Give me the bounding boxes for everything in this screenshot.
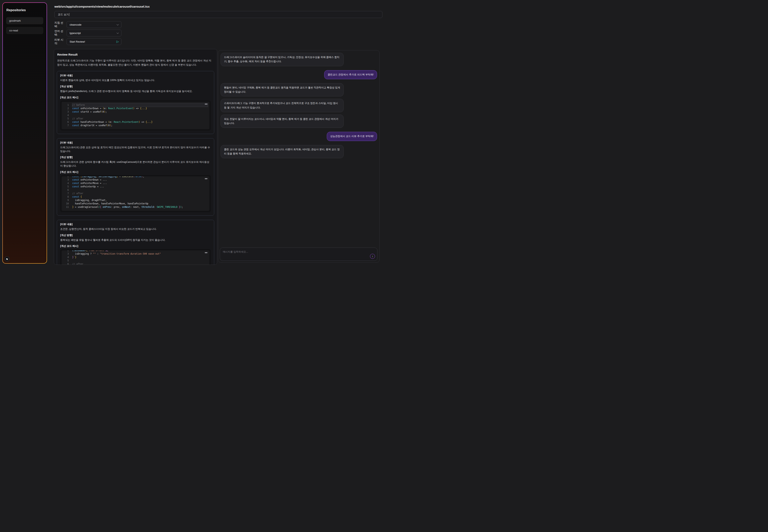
- code-text: handlePointerDown, handlePointerMove, ha…: [72, 202, 208, 205]
- code-example-label: [개선 코드 예시]: [60, 170, 211, 174]
- code-text: }`}: [72, 256, 208, 259]
- language-value: typescript: [70, 32, 81, 35]
- code-example-label: [개선 코드 예시]: [60, 96, 211, 99]
- language-select[interactable]: typescript: [67, 30, 121, 36]
- improvement-text: 드래그/스와이프 관련 상태와 함수를 커스텀 훅(예: useDragCaro…: [60, 160, 211, 168]
- line-number: 1: [64, 103, 69, 107]
- review-result-panel: Review Result 전반적으로 드래그/스와이프 기능 구현이 잘 이루…: [54, 49, 217, 265]
- code-text: const [isDragging, setIsDragging] = useS…: [72, 176, 208, 178]
- line-number: 6: [64, 262, 69, 265]
- code-block[interactable]: 2className={`flex h-full ${3 isDragging …: [60, 249, 211, 265]
- line-number: 3: [64, 178, 69, 182]
- code-line: 1// before: [64, 103, 208, 107]
- language-label: 언어 선택:: [54, 29, 67, 37]
- line-number: 2: [64, 107, 69, 110]
- line-number: 3: [64, 110, 69, 114]
- assistant-chat-bubble: 의도 전달이 잘 이루어지는 코드이나, 네이밍과 역할 분리, 중복 제거 등…: [221, 115, 344, 128]
- code-text: const dragStartX = useRef(0);: [72, 124, 208, 127]
- code-line: 4const onPointerMove = ...: [64, 182, 208, 185]
- code-line: 6const handlePointerDown = (e: React.Poi…: [64, 120, 208, 124]
- chat-panel: 드래그/스와이프 슬라이더의 동작은 잘 구현되어 있으나, 가독성, 안정성,…: [218, 50, 380, 263]
- line-number: 4: [64, 114, 69, 117]
- start-review-label: 리뷰 시작:: [54, 38, 67, 45]
- nextjs-logo-icon: N: [4, 256, 10, 262]
- line-number: 10: [64, 202, 69, 205]
- start-review-row: 리뷰 시작: Start Review! ▷: [54, 38, 121, 45]
- code-text: [72, 259, 208, 262]
- code-text: const startX = useRef(0);: [72, 110, 208, 114]
- line-number: 5: [64, 117, 69, 120]
- code-block[interactable]: 1// before2const onPointerDown = (e: Rea…: [60, 100, 211, 131]
- review-content-text: 이벤트 핸들러와 상태, 변수 네이밍이 의도를 100% 명확히 드러내고 있…: [60, 78, 211, 82]
- code-block[interactable]: 2const [isDragging, setIsDragging] = use…: [60, 175, 211, 212]
- line-number: 7: [64, 124, 69, 127]
- review-content-text: 조건문, 삼항연산자, 동적 클래스/스타일 지정 등에서 비슷한 코드가 반복…: [60, 227, 211, 231]
- code-line: 9 isDragging, dragOffset,: [64, 199, 208, 202]
- code-text: const onPointerDown = ...: [72, 178, 208, 182]
- assistant-chat-bubble: 드래그/스와이프 슬라이더의 동작은 잘 구현되어 있으나, 가독성, 안정성,…: [221, 53, 344, 66]
- code-line: 5const onPointerUp = ...: [64, 185, 208, 188]
- scrollbar-thumb[interactable]: [205, 178, 207, 179]
- sidebar-item-goodmark[interactable]: goodmark: [6, 17, 43, 24]
- chat-message-list: 드래그/스와이프 슬라이더의 동작은 잘 구현되어 있으나, 가독성, 안정성,…: [218, 50, 379, 246]
- play-icon: ▷: [116, 40, 119, 43]
- send-button[interactable]: ↑: [370, 254, 375, 259]
- code-text: const onPointerDown = (e: React.PointerE…: [72, 107, 208, 110]
- code-line: 8const {: [64, 195, 208, 199]
- sidebar-item-co-read[interactable]: co-read: [6, 27, 43, 34]
- code-line: 6: [64, 188, 208, 192]
- review-intro: 전반적으로 드래그/스와이프 기능 구현이 잘 이루어진 코드입니다. 다만, …: [57, 59, 214, 67]
- guideline-select[interactable]: cleancode: [67, 21, 121, 28]
- code-line: 10 handlePointerDown, handlePointerMove,…: [64, 202, 208, 205]
- line-number: 5: [64, 185, 69, 188]
- repo-label: co-read: [9, 29, 18, 32]
- chat-input[interactable]: 메시지를 입력하세요... ↑: [220, 248, 377, 261]
- code-line: 11} = useDragCarousel({ onPrev: prev, on…: [64, 205, 208, 209]
- assistant-chat-bubble: 클린 코드와 성능 관점 모두에서 개선 여지가 보입니다. 리렌더 최적화, …: [221, 145, 344, 158]
- chevron-down-icon: [117, 32, 119, 34]
- code-line: 2const onPointerDown = (e: React.Pointer…: [64, 107, 208, 110]
- assistant-chat-bubble: 핸들러 분리, 네이밍 구체화, 중복 제거 등 클린코드 원칙을 적용하면 코…: [221, 83, 344, 97]
- line-number: 8: [64, 195, 69, 199]
- arrow-up-icon: ↑: [372, 255, 373, 258]
- line-number: 6: [64, 120, 69, 124]
- view-code-bar[interactable]: 코드 보기: [54, 11, 382, 18]
- line-number: 7: [64, 192, 69, 195]
- code-text: } = useDragCarousel({ onPrev: prev, onNe…: [72, 205, 208, 209]
- user-chat-bubble: 클린코드 관점에서 추가로 피드백 부탁해!: [324, 70, 377, 79]
- scrollbar-thumb[interactable]: [205, 104, 207, 105]
- code-text: const {: [72, 195, 208, 199]
- code-text: // after: [72, 262, 208, 265]
- view-code-label: 코드 보기: [58, 13, 69, 16]
- sidebar-title: Repositories: [6, 8, 43, 12]
- line-number: 6: [64, 188, 69, 192]
- line-number: 4: [64, 182, 69, 185]
- code-line: 3const onPointerDown = ...: [64, 178, 208, 182]
- language-row: 언어 선택: typescript: [54, 30, 121, 36]
- file-path-title: web/src/app/ui/components/view/molecule/…: [54, 5, 150, 8]
- repo-label: goodmark: [9, 19, 21, 22]
- code-text: [72, 188, 208, 192]
- improvement-text: 중복되는 패턴을 유틸 함수나 헬퍼로 추출해 코드의 드라이(DRY) 원칙을…: [60, 238, 211, 242]
- review-content-text: 드래그(스와이프) 관련 모든 상태 및 로직이 메인 컴포넌트에 집중되어 있…: [60, 146, 211, 153]
- line-number: 2: [64, 176, 69, 178]
- improvement-label: [개선 방향]: [60, 234, 211, 237]
- chevron-down-icon: [117, 23, 119, 25]
- line-number: 4: [64, 256, 69, 259]
- review-sections: [리뷰 내용]이벤트 핸들러와 상태, 변수 네이밍이 의도를 100% 명확히…: [57, 71, 214, 265]
- code-text: isDragging, dragOffset,: [72, 199, 208, 202]
- review-content-label: [리뷰 내용]: [60, 223, 211, 226]
- user-chat-bubble: 성능관점에서 코드 리뷰 추가로 부탁해!: [327, 132, 377, 141]
- guideline-row: 지침 선택: cleancode: [54, 21, 121, 28]
- code-text: const handlePointerDown = (e: React.Poin…: [72, 120, 208, 124]
- code-line: 7const dragStartX = useRef(0);: [64, 124, 208, 127]
- code-text: // before: [72, 103, 208, 107]
- code-text: [72, 114, 208, 117]
- scrollbar-thumb[interactable]: [205, 252, 207, 253]
- review-content-label: [리뷰 내용]: [60, 141, 211, 144]
- code-line: 2className={`flex h-full ${: [64, 250, 208, 252]
- code-line: 7// after: [64, 192, 208, 195]
- chat-input-placeholder: 메시지를 입력하세요...: [223, 250, 248, 254]
- start-review-button[interactable]: Start Review! ▷: [67, 38, 121, 45]
- sidebar: Repositories goodmark co-read N: [2, 2, 47, 264]
